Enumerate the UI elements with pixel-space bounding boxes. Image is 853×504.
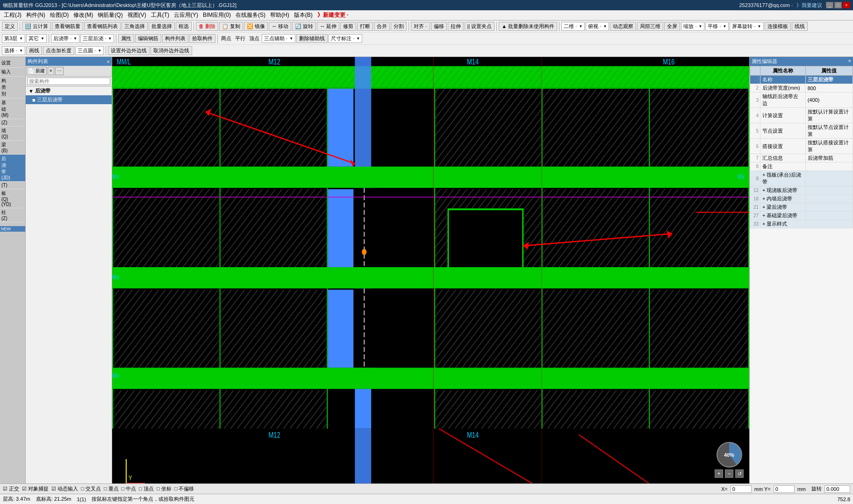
tb-triangle-sel-btn[interactable]: 三角选择 <box>122 22 148 31</box>
tb-rotate3d-dropdown[interactable]: 屏幕旋转 · <box>730 22 763 31</box>
menu-item-rebar[interactable]: 钢筋量(Q) <box>96 11 124 20</box>
zoom-in-btn[interactable]: + <box>715 469 723 478</box>
snap-twopts[interactable]: 两点 <box>220 35 233 43</box>
tb-fullscreen-btn[interactable]: 全屏 <box>664 22 680 31</box>
menu-item-newchange[interactable]: 》新建变更 · <box>315 11 351 20</box>
zoom-out-btn[interactable]: − <box>725 469 733 478</box>
props-table-row[interactable]: 4计算设置按默认计算设置计算 <box>750 108 853 123</box>
props-table-row[interactable]: 8备注 <box>750 163 853 171</box>
tb-offset-btn[interactable]: 偏移 <box>431 22 447 31</box>
tb-break-btn[interactable]: 打断 <box>357 22 373 31</box>
props-row-value[interactable]: 三层后浇带 <box>805 76 853 84</box>
tb-pan-dropdown[interactable]: 平移 · <box>705 22 729 31</box>
snap-noodiff[interactable]: □ 不偏移 <box>174 485 194 492</box>
tb-setpt-btn[interactable]: || 设置夹点 <box>465 22 495 31</box>
props-table-row[interactable]: 3轴线距后浇带左边(400) <box>750 92 853 108</box>
tb-dynamic-obs-btn[interactable]: 动态观察 <box>610 22 636 31</box>
comp-delete-btn[interactable]: × <box>48 67 54 75</box>
snap-jiaocha[interactable]: □ 交叉点 <box>81 485 101 492</box>
props-row-value[interactable]: 按默认计算设置计算 <box>805 108 853 123</box>
menu-item-help[interactable]: 帮助(H) <box>268 11 291 20</box>
tb-rotate-btn[interactable]: 🔄 旋转 <box>292 22 316 31</box>
snap-corner[interactable]: 三点辅助 · <box>262 34 295 43</box>
snap-zhongdian[interactable]: □ 重点 <box>104 485 119 492</box>
props-btn[interactable]: 属性 <box>118 34 134 43</box>
draw-line-btn[interactable]: 画线 <box>26 46 42 55</box>
comp-panel-close[interactable]: × <box>107 59 110 64</box>
coord-y-input[interactable] <box>774 485 795 493</box>
snap-vertex[interactable]: 顶点 <box>248 35 261 43</box>
tb-align-btn[interactable]: 对齐 · <box>411 22 430 31</box>
snap-vertex[interactable]: □ 顶点 <box>139 485 154 492</box>
tb-mirror-btn[interactable]: 🔀 镜像 <box>244 22 268 31</box>
view3d-dropdown[interactable]: 三层后浇 · <box>80 34 114 43</box>
menu-item-project[interactable]: 工程(J) <box>2 11 23 20</box>
props-panel-close[interactable]: × <box>848 58 851 65</box>
snap-coord[interactable]: □ 坐标 <box>157 485 172 492</box>
minimize-btn[interactable]: _ <box>826 2 833 8</box>
select-dropdown[interactable]: 选择 · <box>2 46 25 55</box>
tb-perspective-dropdown[interactable]: 俯视 · <box>586 22 609 31</box>
tb-view-list-btn[interactable]: 查看钢筋列表 <box>84 22 121 31</box>
comp-new-btn[interactable]: 📄 新建 <box>27 67 47 75</box>
nav-slab[interactable]: 板(Q)(YD) <box>0 189 25 208</box>
menu-item-version[interactable]: 版本(B) <box>292 11 315 20</box>
tb-batch-del-btn[interactable]: ▲ 批量删除未使用构件 <box>499 22 557 31</box>
pick-comp-btn[interactable]: 拾取构件 <box>189 34 215 43</box>
layer-selector[interactable]: 第3层 <box>2 34 25 43</box>
delete-aux-btn[interactable]: 删除辅助线 <box>296 34 328 43</box>
tb-view-dropdown[interactable]: 二维 · <box>561 22 585 31</box>
menu-item-bim[interactable]: BIM应用(0) <box>201 11 233 20</box>
menu-item-tools[interactable]: 工具(T) <box>149 11 171 20</box>
cancel-outer-line-btn[interactable]: 取消外边外边线 <box>151 46 192 55</box>
snap-parallel[interactable]: 平行 <box>234 35 247 43</box>
menu-item-online[interactable]: 在线服务(S) <box>234 11 267 20</box>
tb-merge-btn[interactable]: 合并 <box>374 22 390 31</box>
tb-cloud-calc-btn[interactable]: 🔢 云计算 <box>22 22 51 31</box>
comp-extra-btn[interactable]: ⋯ <box>55 67 64 75</box>
main-canvas[interactable]: MM/L M12 M14 M16 Mx Mx Mx Mx M12 M14 <box>112 57 749 483</box>
tb-line-line-btn[interactable]: 线线 <box>792 22 808 31</box>
snap-midpoint[interactable]: □ 中点 <box>122 485 136 492</box>
set-outer-line-btn[interactable]: 设置外边外边线 <box>108 46 150 55</box>
close-btn[interactable]: × <box>843 2 850 8</box>
nav-wall[interactable]: 墙(Q) <box>0 127 25 141</box>
props-row-value[interactable]: 按默认节点设置计算 <box>805 123 853 139</box>
tb-zoom-dropdown[interactable]: 缩放 · <box>681 22 704 31</box>
coord-x-input[interactable] <box>731 485 752 493</box>
props-row-value[interactable]: 800 <box>805 84 853 92</box>
menu-item-modify[interactable]: 修改(M) <box>72 11 95 20</box>
menu-item-view[interactable]: 视图(V) <box>126 11 148 20</box>
zoom-reset-btn[interactable]: ↺ <box>735 469 744 478</box>
menu-item-draw[interactable]: 绘图(D) <box>48 11 71 20</box>
tb-connect-template-btn[interactable]: 连接模板 <box>765 22 791 31</box>
tb-local3d-btn[interactable]: 局部三维 <box>637 22 663 31</box>
tb-split-btn[interactable]: 分割 <box>391 22 407 31</box>
snap-dongtai[interactable]: ☑ 动态输入 <box>51 485 78 492</box>
nav-column[interactable]: 柱(Z) <box>0 208 25 222</box>
dim-dropdown[interactable]: 尺寸标注 · <box>329 34 362 43</box>
tb-stretch-btn[interactable]: 拉伸 <box>448 22 464 31</box>
edit-rebar-btn[interactable]: 编辑钢筋 <box>135 34 161 43</box>
maximize-btn[interactable]: □ <box>834 2 842 8</box>
tb-repair-btn[interactable]: 修剪 <box>340 22 356 31</box>
nav-t[interactable]: (T) <box>0 182 25 189</box>
props-row-value[interactable]: (400) <box>805 92 853 108</box>
nav-settings[interactable]: 设置 <box>0 59 25 68</box>
back-pour-dropdown[interactable]: 后浇带 · <box>51 34 79 43</box>
snap-duixiang[interactable]: ☑ 对象捕捉 <box>22 485 49 492</box>
tree-child-node[interactable]: ■ 三层后浇带 <box>26 95 112 104</box>
props-table-row[interactable]: 7汇总信息后浇带加筋 <box>750 154 853 163</box>
comp-search-input[interactable] <box>27 78 110 85</box>
props-table-row[interactable]: 6搭接设置按默认搭接设置计算 <box>750 139 853 154</box>
tb-copy-btn[interactable]: 📋 复制 <box>219 22 243 31</box>
others-selector[interactable]: 其它 <box>26 34 47 43</box>
nav-beam[interactable]: 梁(B) <box>0 141 25 155</box>
nav-foundation[interactable]: 基础(M) <box>0 99 25 119</box>
props-row-value[interactable]: 按默认搭接设置计算 <box>805 139 853 154</box>
props-row-value[interactable]: 后浇带加筋 <box>805 154 853 163</box>
comp-list-btn[interactable]: 构件列表 <box>162 34 188 43</box>
tb-move-btn[interactable]: ↔ 移动 <box>269 22 291 31</box>
menu-item-cloud[interactable]: 云应用(Y) <box>172 11 200 20</box>
tb-frame-sel-btn[interactable]: 框选 <box>176 22 192 31</box>
